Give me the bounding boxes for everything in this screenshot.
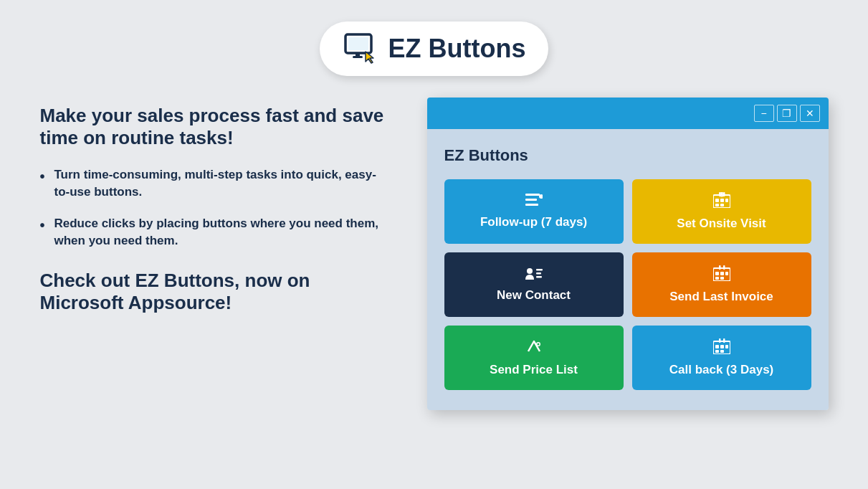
logo-text: EZ Buttons	[388, 34, 526, 64]
svg-rect-25	[725, 272, 728, 275]
svg-point-31	[537, 343, 539, 346]
window-title: EZ Buttons	[444, 146, 811, 165]
svg-rect-29	[723, 265, 725, 270]
bullet-item-2: Reduce clicks by placing buttons where y…	[40, 215, 384, 250]
svg-rect-13	[715, 204, 719, 206]
right-side: − ❐ ✕ EZ Buttons	[427, 98, 829, 410]
followup-icon	[525, 194, 543, 209]
cta-text: Check out EZ Buttons, now on Microsoft A…	[40, 270, 384, 314]
headline: Make your sales process fast and save ti…	[40, 105, 384, 149]
followup-label: Follow-up (7 days)	[480, 215, 587, 229]
svg-rect-36	[715, 350, 719, 353]
svg-rect-26	[715, 277, 719, 280]
window-minimize-button[interactable]: −	[754, 105, 774, 122]
callback-icon	[713, 338, 730, 357]
window-content: EZ Buttons Follow-up	[427, 129, 829, 410]
invoice-label: Send Last Invoice	[669, 290, 773, 304]
bullet-item-1: Turn time-consuming, multi-step tasks in…	[40, 166, 384, 201]
bullet-list: Turn time-consuming, multi-step tasks in…	[40, 166, 384, 249]
svg-rect-24	[720, 272, 724, 275]
svg-rect-1	[348, 37, 368, 50]
svg-point-18	[527, 268, 533, 274]
svg-rect-37	[720, 350, 724, 353]
pricelist-label: Send Price List	[490, 363, 578, 377]
svg-rect-27	[720, 277, 724, 280]
svg-rect-20	[536, 272, 541, 275]
onsite-icon	[713, 192, 730, 211]
svg-rect-10	[715, 199, 719, 202]
svg-rect-28	[719, 265, 721, 270]
ez-buttons-grid: Follow-up (7 days)	[444, 179, 811, 390]
main-content: Make your sales process fast and save ti…	[40, 98, 829, 410]
pricelist-button[interactable]: Send Price List	[444, 326, 624, 390]
contact-icon	[525, 267, 543, 283]
svg-point-17	[720, 192, 723, 195]
pricelist-icon	[525, 338, 543, 357]
contact-button[interactable]: New Contact	[444, 252, 624, 317]
callback-label: Call back (3 Days)	[669, 363, 774, 377]
svg-rect-6	[525, 199, 537, 201]
invoice-icon	[713, 265, 730, 284]
svg-rect-39	[723, 338, 725, 343]
onsite-button[interactable]: Set Onsite Visit	[632, 179, 811, 244]
svg-rect-3	[353, 56, 363, 58]
window-close-button[interactable]: ✕	[800, 105, 820, 122]
svg-rect-33	[715, 345, 719, 348]
window-maximize-button[interactable]: ❐	[777, 105, 797, 122]
svg-rect-7	[525, 204, 538, 206]
svg-rect-34	[720, 345, 724, 348]
logo-icon	[343, 30, 380, 67]
logo-area: EZ Buttons	[320, 22, 549, 76]
callback-button[interactable]: Call back (3 Days)	[632, 326, 811, 390]
svg-rect-19	[536, 269, 543, 271]
svg-rect-38	[719, 338, 721, 343]
svg-rect-23	[715, 272, 719, 275]
logo-pill: EZ Buttons	[320, 22, 549, 76]
onsite-label: Set Onsite Visit	[677, 217, 766, 231]
svg-rect-5	[525, 194, 540, 196]
window-titlebar: − ❐ ✕	[427, 98, 829, 129]
invoice-button[interactable]: Send Last Invoice	[632, 252, 811, 317]
svg-rect-35	[725, 345, 728, 348]
contact-label: New Contact	[497, 288, 571, 303]
window-frame: − ❐ ✕ EZ Buttons	[427, 98, 829, 410]
svg-rect-12	[725, 199, 728, 202]
main-container: EZ Buttons Make your sales process fast …	[0, 0, 868, 489]
svg-rect-14	[720, 204, 724, 206]
followup-button[interactable]: Follow-up (7 days)	[444, 179, 624, 244]
svg-rect-21	[536, 276, 542, 278]
left-side: Make your sales process fast and save ti…	[40, 98, 384, 314]
svg-rect-11	[720, 199, 724, 202]
